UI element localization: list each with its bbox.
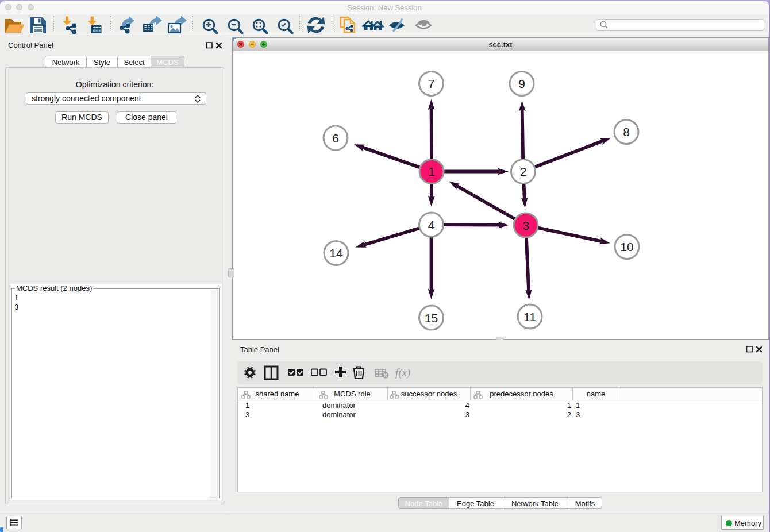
svg-text:3: 3 (522, 219, 529, 232)
svg-text:9: 9 (518, 77, 525, 90)
svg-text:7: 7 (428, 77, 435, 90)
svg-text:14: 14 (329, 246, 343, 260)
svg-text:2: 2 (520, 165, 527, 178)
svg-text:8: 8 (623, 125, 630, 138)
svg-text:6: 6 (332, 132, 339, 145)
svg-text:4: 4 (428, 218, 435, 232)
svg-text:f(x): f(x) (395, 367, 410, 379)
svg-text:1: 1 (428, 165, 435, 178)
svg-text:11: 11 (523, 310, 536, 323)
svg-text:10: 10 (620, 240, 633, 253)
svg-text:15: 15 (425, 311, 438, 325)
